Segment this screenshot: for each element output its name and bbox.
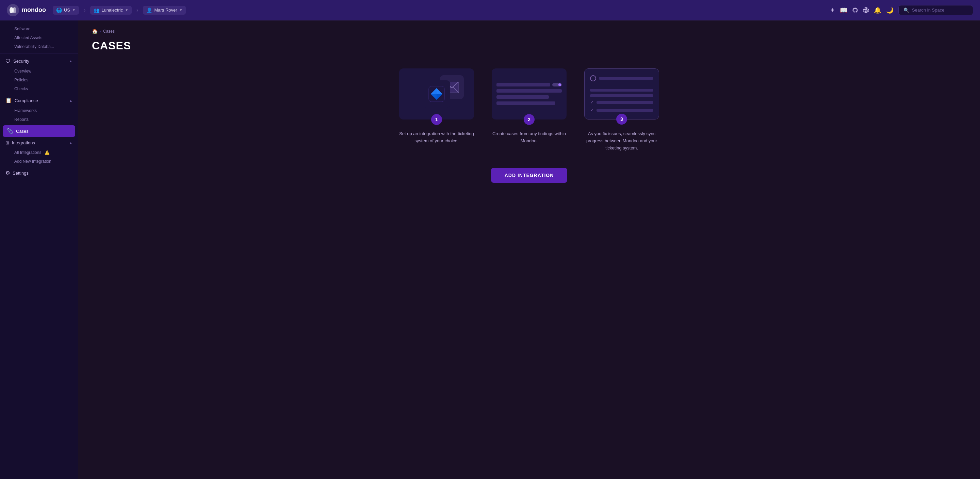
sidebar-item-cases[interactable]: 📎 Cases (3, 125, 75, 137)
integrations-label: Integrations (12, 140, 35, 145)
checks-label: Checks (14, 86, 28, 91)
step-3-visual: ✓ ✓ 3 (584, 69, 659, 120)
jira-icon-wrap (423, 80, 450, 108)
step-2-visual: 2 (492, 69, 566, 120)
org-label: Lunalectric (102, 8, 123, 13)
sidebar-item-checks[interactable]: Checks (0, 85, 78, 93)
github-icon[interactable] (852, 7, 858, 13)
sidebar-item-settings[interactable]: ⚙ Settings (0, 167, 78, 179)
nav-sep-2: › (137, 7, 138, 13)
add-new-integration-label: Add New Integration (14, 159, 51, 164)
topbar-right: ✦ 📖 🔔 🌙 🔍 (830, 5, 973, 15)
home-icon[interactable]: 🏠 (92, 29, 98, 34)
step-2-desc: Create cases from any findings within Mo… (488, 128, 570, 145)
space-selector[interactable]: 👤 Mars Rover ▼ (143, 6, 186, 14)
integrations-header-left: ⊞ Integrations (5, 140, 35, 145)
sidebar-item-vulnerability-db[interactable]: Vulnerability Databa... (0, 42, 78, 51)
mock-check-row-1: ✓ (590, 100, 653, 105)
svg-point-3 (12, 7, 14, 13)
mock-row-a (590, 89, 653, 92)
sidebar-item-add-new-integration[interactable]: Add New Integration (0, 157, 78, 166)
search-icon: 🔍 (904, 8, 909, 13)
step-3-desc: As you fix issues, seamlessly sync progr… (581, 128, 662, 152)
sidebar-item-affected-assets[interactable]: Affected Assets (0, 34, 78, 42)
org-chevron-icon: ▼ (125, 8, 128, 12)
space-chevron-icon: ▼ (179, 8, 183, 12)
bell-icon[interactable]: 🔔 (874, 6, 881, 14)
region-chevron-icon: ▼ (72, 8, 76, 12)
check-mark-2: ✓ (590, 108, 594, 113)
region-selector[interactable]: 🌐 US ▼ (53, 6, 79, 14)
mock-check-row-header (590, 75, 653, 81)
topbar: mondoo 🌐 US ▼ › 👥 Lunalectric ▼ › 👤 Mars… (0, 0, 980, 21)
security-chevron-icon: ▲ (69, 59, 73, 63)
content-area: 🏠 › Cases CASES (78, 21, 980, 479)
step-3-badge: 3 (616, 114, 627, 125)
compliance-icon: 📋 (5, 97, 12, 104)
sidebar-item-frameworks[interactable]: Frameworks (0, 106, 78, 115)
step-1-desc: Set up an integration with the ticketing… (396, 128, 477, 145)
org-selector[interactable]: 👥 Lunalectric ▼ (90, 6, 132, 14)
affected-assets-label: Affected Assets (14, 35, 43, 40)
breadcrumb-current: Cases (103, 29, 115, 34)
step-card-2: 2 Create cases from any findings within … (488, 69, 570, 145)
sun-icon[interactable]: ✦ (830, 6, 835, 14)
frameworks-label: Frameworks (14, 108, 37, 113)
vulnerability-db-label: Vulnerability Databa... (14, 44, 54, 49)
mock-check-row-2: ✓ (590, 108, 653, 113)
step-2-badge: 2 (524, 114, 535, 125)
settings-icon: ⚙ (5, 170, 10, 176)
search-box[interactable]: 🔍 (898, 5, 973, 15)
check-mark-1: ✓ (590, 100, 594, 105)
theme-toggle-icon[interactable]: 🌙 (886, 6, 894, 14)
settings-label: Settings (13, 171, 29, 176)
steps-row: 1 Set up an integration with the ticketi… (92, 69, 966, 152)
slack-icon[interactable] (863, 7, 869, 13)
integrations-chevron-icon: ▲ (69, 141, 73, 145)
reports-label: Reports (14, 117, 29, 122)
sidebar-section-compliance: 📋 Compliance ▲ Frameworks Reports (0, 95, 78, 124)
compliance-label: Compliance (14, 98, 38, 103)
sidebar-compliance-header[interactable]: 📋 Compliance ▲ (0, 95, 78, 106)
step-card-3: ✓ ✓ 3 As you fix issues, seamlessly sync… (581, 69, 662, 152)
add-integration-button[interactable]: ADD INTEGRATION (491, 168, 568, 183)
sidebar: Software Affected Assets Vulnerability D… (0, 21, 78, 479)
logo-text: mondoo (22, 6, 46, 14)
compliance-chevron-icon: ▲ (69, 99, 73, 102)
sidebar-item-reports[interactable]: Reports (0, 115, 78, 124)
search-input[interactable] (912, 8, 968, 13)
step-1-badge: 1 (431, 114, 442, 125)
sidebar-item-software[interactable]: Software (0, 24, 78, 34)
space-icon: 👤 (146, 8, 152, 13)
mock-spacer (590, 84, 653, 86)
globe-icon: 🌐 (56, 8, 62, 13)
mock-header-row (496, 83, 562, 86)
sidebar-integrations-header[interactable]: ⊞ Integrations ▲ (0, 137, 78, 148)
logo[interactable]: mondoo (7, 4, 46, 16)
policies-label: Policies (14, 78, 28, 82)
docs-icon[interactable]: 📖 (840, 6, 847, 14)
step-1-visual: 1 (399, 69, 474, 120)
sidebar-item-all-integrations[interactable]: All Integrations ⚠️ (0, 148, 78, 157)
mock-line-1 (597, 101, 653, 104)
sidebar-item-overview[interactable]: Overview (0, 67, 78, 75)
nav-sep-1: › (84, 7, 86, 13)
mock-row-3 (496, 95, 549, 99)
security-label: Security (13, 59, 29, 64)
compliance-header-left: 📋 Compliance (5, 97, 38, 104)
sidebar-security-header[interactable]: 🛡 Security ▲ (0, 56, 78, 67)
warn-icon: ⚠️ (45, 150, 50, 155)
mock-line-top (599, 77, 653, 80)
sidebar-item-policies[interactable]: Policies (0, 75, 78, 85)
mock-circle-top (590, 75, 596, 81)
space-label: Mars Rover (154, 8, 177, 13)
breadcrumb: 🏠 › Cases (92, 29, 966, 34)
cases-label: Cases (16, 129, 29, 134)
overview-label: Overview (14, 69, 31, 73)
org-icon: 👥 (94, 8, 99, 13)
all-integrations-label: All Integrations (14, 150, 41, 155)
region-label: US (64, 8, 70, 13)
step-card-1: 1 Set up an integration with the ticketi… (396, 69, 477, 145)
breadcrumb-sep: › (100, 29, 101, 34)
sidebar-section-integrations: ⊞ Integrations ▲ All Integrations ⚠️ Add… (0, 137, 78, 166)
